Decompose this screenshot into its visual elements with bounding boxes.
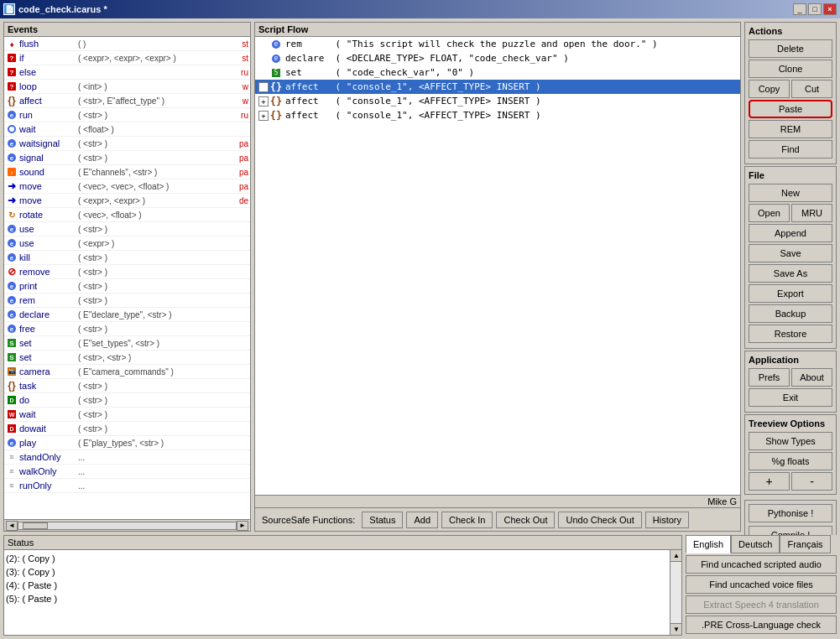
- list-item[interactable]: e declare ( E"declare_type", <str> ): [4, 308, 250, 322]
- list-item[interactable]: D do ( <str> ): [4, 393, 250, 408]
- expand-button[interactable]: +: [258, 82, 269, 92]
- list-item[interactable]: ≡ standOnly ...: [4, 450, 250, 465]
- save-as-button[interactable]: Save As: [749, 264, 832, 283]
- save-button[interactable]: Save: [749, 244, 832, 262]
- list-item[interactable]: ➜ move ( <vec>, <vec>, <float> ) pa: [4, 179, 250, 194]
- minus-button[interactable]: -: [791, 472, 832, 491]
- mru-button[interactable]: MRU: [791, 204, 832, 222]
- find-uncached-voice-button[interactable]: Find uncached voice files: [686, 575, 837, 594]
- list-item[interactable]: e use ( <expr> ): [4, 236, 250, 251]
- script-affect2-icon: {}: [270, 96, 282, 106]
- checkin-button[interactable]: Check In: [441, 512, 493, 528]
- francais-button[interactable]: Français: [780, 535, 830, 553]
- list-item[interactable]: e rem ( <str> ): [4, 294, 250, 308]
- scroll-up-button[interactable]: ▲: [670, 550, 681, 562]
- list-item[interactable]: ? loop ( <int> ) w: [4, 80, 250, 94]
- prefs-button[interactable]: Prefs: [749, 368, 790, 387]
- title-bar-buttons[interactable]: _ □ ×: [793, 3, 837, 15]
- scroll-down-button[interactable]: ▼: [670, 623, 681, 635]
- expand-button[interactable]: +: [258, 96, 269, 106]
- script-row[interactable]: e rem ( "This script will check the puzz…: [255, 37, 740, 51]
- english-button[interactable]: English: [686, 535, 731, 553]
- list-item[interactable]: ? if ( <expr>, <expr>, <expr> ) st: [4, 51, 250, 65]
- scroll-track[interactable]: [18, 522, 237, 530]
- list-item[interactable]: e use ( <str> ): [4, 222, 250, 236]
- maximize-button[interactable]: □: [808, 3, 822, 15]
- list-item[interactable]: 📷 camera ( E"camera_commands" ): [4, 365, 250, 379]
- list-item[interactable]: S set ( E"set_types", <str> ): [4, 336, 250, 351]
- backup-button[interactable]: Backup: [749, 304, 832, 323]
- scroll-left-button[interactable]: ◄: [6, 521, 18, 531]
- status-header: Status: [4, 536, 681, 550]
- window-title: code_check.icarus *: [18, 4, 107, 14]
- plus-button[interactable]: +: [749, 472, 790, 491]
- clone-button[interactable]: Clone: [749, 60, 832, 78]
- list-item[interactable]: e print ( <str> ): [4, 279, 250, 294]
- list-item[interactable]: ⊘ remove ( <str> ): [4, 265, 250, 279]
- script-row[interactable]: + {} affect ( "console_1", <AFFECT_TYPE>…: [255, 94, 740, 108]
- paste-button[interactable]: Paste: [749, 100, 832, 118]
- script-content: affect ( "console_1", <AFFECT_TYPE> INSE…: [285, 110, 541, 121]
- list-item[interactable]: {} affect ( <str>, E"affect_type" ) w: [4, 94, 250, 108]
- list-item[interactable]: {} task ( <str> ): [4, 379, 250, 393]
- script-row[interactable]: + {} affect ( "console_1", <AFFECT_TYPE>…: [255, 80, 740, 94]
- script-row[interactable]: e declare ( <DECLARE_TYPE> FLOAT, "code_…: [255, 51, 740, 65]
- new-button[interactable]: New: [749, 184, 832, 202]
- append-button[interactable]: Append: [749, 224, 832, 242]
- open-button[interactable]: Open: [749, 204, 790, 222]
- list-item[interactable]: e signal ( <str> ) pa: [4, 151, 250, 165]
- application-section: Application Prefs About Exit: [744, 351, 837, 413]
- export-button[interactable]: Export: [749, 284, 832, 303]
- minimize-button[interactable]: _: [793, 3, 806, 15]
- status-scrollbar[interactable]: ▲ ▼: [670, 550, 681, 635]
- rem-button[interactable]: REM: [749, 120, 832, 138]
- compile-button[interactable]: Compile !: [749, 526, 832, 535]
- find-uncached-scripted-button[interactable]: Find uncached scripted audio: [686, 555, 837, 574]
- cut-button[interactable]: Cut: [791, 80, 832, 98]
- list-item[interactable]: e free ( <str> ): [4, 322, 250, 336]
- list-item[interactable]: ? else ru: [4, 65, 250, 80]
- status-button[interactable]: Status: [362, 512, 403, 528]
- list-item[interactable]: e play ( E"play_types", <str> ): [4, 436, 250, 450]
- scroll-thumb[interactable]: [23, 522, 48, 529]
- list-item[interactable]: W wait ( <str> ): [4, 408, 250, 422]
- list-item[interactable]: ⬧ flush ( ) st: [4, 37, 250, 51]
- list-item[interactable]: ➜ move ( <expr>, <expr> ) de: [4, 194, 250, 208]
- copy-button[interactable]: Copy: [749, 80, 790, 98]
- close-button[interactable]: ×: [823, 3, 837, 15]
- list-item[interactable]: e run ( <str> ) ru: [4, 108, 250, 122]
- list-item[interactable]: S set ( <str>, <str> ): [4, 351, 250, 365]
- list-item[interactable]: ≡ runOnly ...: [4, 479, 250, 493]
- list-item[interactable]: e kill ( <str> ): [4, 251, 250, 265]
- checkout-button[interactable]: Check Out: [496, 512, 555, 528]
- pre-cross-language-button[interactable]: .PRE Cross-Language check: [686, 616, 837, 634]
- restore-button[interactable]: Restore: [749, 325, 832, 343]
- pythonise-button[interactable]: Pythonise !: [749, 504, 832, 522]
- add-button[interactable]: Add: [406, 512, 438, 528]
- delete-button[interactable]: Delete: [749, 39, 832, 58]
- list-item[interactable]: ♪ sound ( E"channels", <str> ) pa: [4, 165, 250, 179]
- events-list[interactable]: ⬧ flush ( ) st ? if ( <expr>, <expr>, <e…: [4, 37, 250, 519]
- script-row[interactable]: + {} affect ( "console_1", <AFFECT_TYPE>…: [255, 108, 740, 122]
- script-list[interactable]: e rem ( "This script will check the puzz…: [255, 37, 740, 495]
- undo-checkout-button[interactable]: Undo Check Out: [558, 512, 641, 528]
- show-types-button[interactable]: Show Types: [749, 432, 832, 450]
- events-scrollbar[interactable]: ◄ ►: [4, 519, 250, 531]
- list-item[interactable]: ↻ rotate ( <vec>, <float> ): [4, 208, 250, 222]
- list-item[interactable]: e waitsignal ( <str> ) pa: [4, 137, 250, 151]
- list-item[interactable]: ≡ walkOnly ...: [4, 465, 250, 479]
- app-icon: 📄: [3, 3, 15, 15]
- list-item[interactable]: wait ( <float> ): [4, 122, 250, 137]
- extract-speech-button[interactable]: Extract Speech 4 translation: [686, 595, 837, 614]
- list-item[interactable]: D dowait ( <str> ): [4, 422, 250, 436]
- floats-button[interactable]: %g floats: [749, 452, 832, 470]
- script-row[interactable]: S set ( "code_check_var", "0" ): [255, 65, 740, 80]
- script-affect3-icon: {}: [270, 111, 282, 121]
- about-button[interactable]: About: [791, 368, 832, 387]
- exit-button[interactable]: Exit: [749, 388, 832, 407]
- history-button[interactable]: History: [645, 512, 689, 528]
- deutsch-button[interactable]: Deutsch: [731, 535, 780, 553]
- scroll-right-button[interactable]: ►: [237, 521, 248, 531]
- find-button[interactable]: Find: [749, 140, 832, 158]
- expand-button[interactable]: +: [258, 111, 269, 121]
